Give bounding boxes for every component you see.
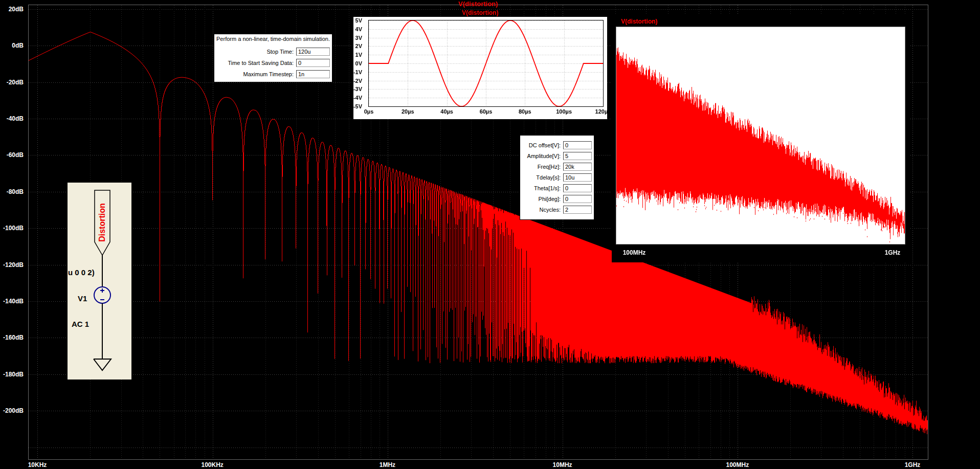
dc-offset-input[interactable]: 0 bbox=[563, 141, 592, 149]
transient-settings-dialog: Perform a non-linear, time-domain simula… bbox=[214, 34, 332, 82]
max-timestep-input[interactable]: 1n bbox=[296, 70, 330, 78]
theta-input[interactable]: 0 bbox=[563, 184, 592, 192]
dialog-row: Time to Start Saving Data: 0 bbox=[214, 59, 330, 67]
time-x-axis-label: 120µs bbox=[580, 108, 626, 115]
amplitude-input[interactable]: 5 bbox=[563, 152, 592, 160]
time-y-axis-label: 4V bbox=[355, 26, 362, 33]
ncycles-input[interactable]: 2 bbox=[563, 206, 592, 214]
main-y-axis-label: -120dB bbox=[3, 261, 24, 269]
schematic-inset: Distortion u 0 0 2) V1 AC 1 bbox=[68, 183, 131, 379]
dialog-row: Maximum Timestep: 1n bbox=[214, 70, 330, 78]
amplitude-label: Amplitude[V]: bbox=[520, 153, 563, 160]
dialog-heading: Perform a non-linear, time-domain simula… bbox=[214, 36, 332, 42]
main-y-axis-label: -60dB bbox=[7, 151, 24, 159]
main-y-axis-label: -200dB bbox=[3, 407, 24, 415]
freq-input[interactable]: 20k bbox=[563, 163, 592, 171]
start-saving-label: Time to Start Saving Data: bbox=[214, 60, 296, 66]
sine-source-dialog: DC offset[V]: 0 Amplitude[V]: 5 Freq[Hz]… bbox=[520, 135, 594, 220]
stop-time-input[interactable]: 120u bbox=[296, 48, 330, 56]
time-y-axis-label: -3V bbox=[353, 85, 362, 93]
main-y-axis-label: -180dB bbox=[3, 370, 24, 378]
start-saving-input[interactable]: 0 bbox=[296, 59, 330, 67]
main-y-axis-label: -100dB bbox=[3, 224, 24, 232]
main-plot-title: V(distortion) bbox=[29, 1, 928, 8]
main-x-axis-label: 10KHz bbox=[14, 461, 60, 469]
time-y-axis-label: 0V bbox=[355, 60, 362, 67]
main-x-axis-label: 100KHz bbox=[189, 461, 235, 469]
ncycles-label: Ncycles: bbox=[520, 207, 563, 213]
component-designator[interactable]: V1 bbox=[78, 294, 87, 303]
time-inset-title: V(distortion) bbox=[353, 10, 607, 16]
time-waveform-canvas[interactable] bbox=[369, 20, 603, 106]
ground-icon[interactable] bbox=[94, 359, 111, 370]
dialog-row: Ncycles: 2 bbox=[520, 206, 592, 214]
time-x-axis: 0µs20µs40µs60µs80µs100µs120µs bbox=[0, 108, 980, 116]
spice-directive-fragment: u 0 0 2) bbox=[68, 268, 95, 277]
component-value[interactable]: AC 1 bbox=[72, 320, 89, 328]
time-y-axis-label: 1V bbox=[355, 51, 362, 58]
theta-label: Theta[1/s]: bbox=[520, 185, 563, 192]
main-x-axis-label: 100MHz bbox=[715, 461, 761, 469]
stop-time-label: Stop Time: bbox=[214, 49, 296, 55]
time-y-axis-label: -2V bbox=[353, 77, 362, 84]
tdelay-label: Tdelay[s]: bbox=[520, 174, 563, 181]
main-y-axis-label: -80dB bbox=[7, 188, 24, 196]
freq-label: Freq[Hz]: bbox=[520, 164, 563, 170]
max-timestep-label: Maximum Timestep: bbox=[214, 71, 296, 78]
time-y-axis-label: -4V bbox=[353, 94, 362, 101]
rf-x-axis-label: 100MHz bbox=[611, 249, 657, 257]
dc-offset-label: DC offset[V]: bbox=[520, 142, 563, 149]
rf-inset-title: V(distortion) bbox=[621, 18, 657, 25]
rf-x-axis-label: 1GHz bbox=[870, 249, 916, 257]
dialog-row: Stop Time: 120u bbox=[214, 48, 330, 56]
phi-input[interactable]: 0 bbox=[563, 195, 592, 203]
rf-plot-area[interactable] bbox=[616, 27, 905, 244]
rf-x-axis: 100MHz1GHz bbox=[0, 249, 980, 257]
dialog-row: Freq[Hz]: 20k bbox=[520, 163, 592, 171]
main-y-axis: 20dB0dB-20dB-40dB-60dB-80dB-100dB-120dB-… bbox=[0, 0, 26, 469]
main-y-axis-label: 0dB bbox=[12, 41, 24, 50]
rf-fft-canvas[interactable] bbox=[616, 27, 905, 244]
time-y-axis-label: 2V bbox=[355, 42, 362, 50]
phi-label: Phi[deg]: bbox=[520, 196, 563, 203]
tdelay-input[interactable]: 10u bbox=[563, 173, 592, 182]
dialog-row: Theta[1/s]: 0 bbox=[520, 184, 592, 192]
ltspice-window: V(distortion) 20dB0dB-20dB-40dB-60dB-80d… bbox=[0, 0, 980, 469]
main-x-axis-label: 1GHz bbox=[889, 461, 936, 469]
dialog-row: Phi[deg]: 0 bbox=[520, 195, 592, 203]
main-x-axis-label: 10MHz bbox=[540, 461, 586, 469]
rf-inset-window: V(distortion) bbox=[612, 15, 910, 262]
main-y-axis-label: -20dB bbox=[7, 78, 24, 86]
net-label[interactable]: Distortion bbox=[98, 203, 107, 242]
main-x-axis-label: 1MHz bbox=[364, 461, 410, 469]
main-x-axis: 10KHz100KHz1MHz10MHz100MHz1GHz bbox=[0, 461, 980, 469]
main-y-axis-label: 20dB bbox=[9, 5, 24, 13]
dialog-row: Tdelay[s]: 10u bbox=[520, 173, 592, 182]
time-y-axis-label: -1V bbox=[353, 69, 362, 76]
main-y-axis-label: -140dB bbox=[3, 297, 24, 305]
dialog-row: DC offset[V]: 0 bbox=[520, 141, 592, 149]
time-y-axis-label: 5V bbox=[355, 17, 362, 24]
dialog-row: Amplitude[V]: 5 bbox=[520, 152, 592, 160]
time-y-axis-label: 3V bbox=[355, 34, 362, 41]
main-y-axis-label: -160dB bbox=[3, 333, 24, 342]
time-plot-area[interactable] bbox=[368, 20, 604, 107]
time-inset-window bbox=[353, 17, 607, 119]
